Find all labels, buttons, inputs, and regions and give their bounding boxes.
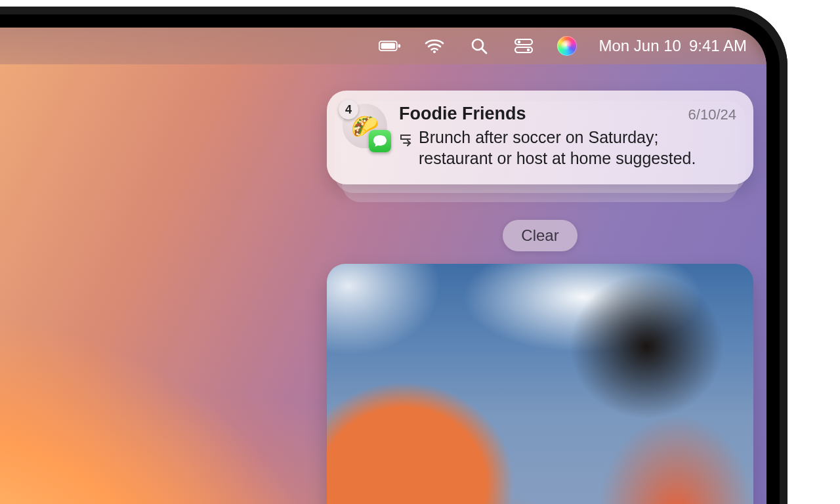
notification-timestamp: 6/10/24 — [688, 106, 736, 123]
svg-rect-1 — [381, 43, 394, 49]
notification-center: 🌮 4 Foodie Friends 6/10/24 — [327, 91, 753, 251]
svg-point-9 — [526, 49, 529, 51]
notification-count-badge: 4 — [339, 100, 358, 119]
summary-icon — [399, 131, 413, 169]
photos-widget[interactable] — [327, 264, 753, 504]
messages-app-icon — [369, 130, 391, 152]
svg-point-7 — [517, 41, 520, 43]
svg-rect-2 — [398, 44, 400, 47]
svg-point-3 — [433, 51, 436, 53]
desktop-screen: Mon Jun 10 9:41 AM 🌮 4 — [0, 28, 766, 504]
wifi-icon[interactable] — [423, 35, 446, 57]
control-center-icon[interactable] — [513, 35, 535, 57]
menu-bar-time: 9:41 AM — [689, 38, 747, 54]
notification-stack[interactable]: 🌮 4 Foodie Friends 6/10/24 — [327, 91, 753, 184]
notification-body: Brunch after soccer on Saturday; restaur… — [419, 127, 736, 169]
menu-bar: Mon Jun 10 9:41 AM — [0, 28, 766, 64]
laptop-bezel: Mon Jun 10 9:41 AM 🌮 4 — [0, 7, 788, 504]
spotlight-search-icon[interactable] — [468, 35, 490, 57]
battery-icon[interactable] — [379, 35, 401, 57]
menu-bar-date: Mon Jun 10 — [599, 38, 681, 54]
notification-card[interactable]: 🌮 4 Foodie Friends 6/10/24 — [327, 91, 753, 184]
siri-icon[interactable] — [557, 36, 577, 56]
menu-bar-datetime[interactable]: Mon Jun 10 9:41 AM — [599, 38, 747, 54]
notification-title: Foodie Friends — [399, 104, 526, 124]
notification-content: Foodie Friends 6/10/24 — [399, 104, 736, 169]
svg-line-5 — [482, 49, 486, 53]
group-avatar: 🌮 4 — [343, 104, 387, 148]
clear-button[interactable]: Clear — [503, 220, 577, 251]
